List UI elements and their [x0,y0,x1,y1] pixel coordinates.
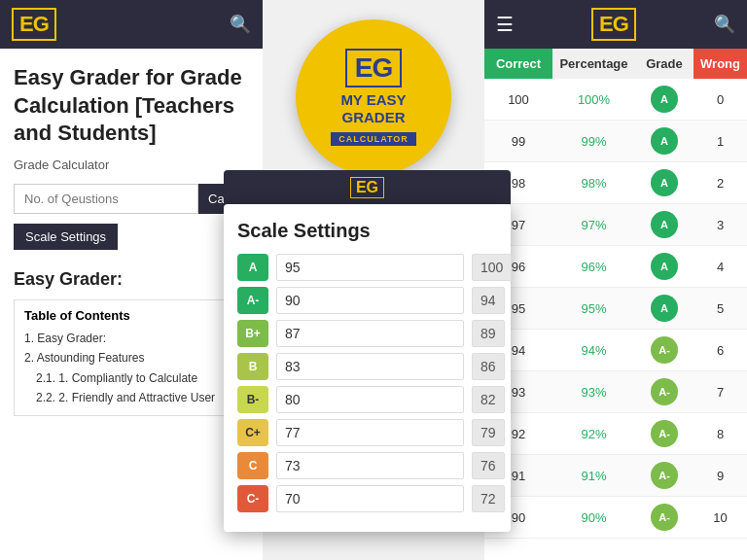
toc-item-1: 1. Easy Grader: [24,329,238,348]
td-percentage: 95% [552,295,635,323]
center-logo-text: MY EASY GRADER [340,91,406,126]
td-wrong: 4 [694,253,747,281]
easy-grader-section: Easy Grader: Table of Contents ☰ 1. Easy… [14,269,249,417]
scale-modal-title: Scale Settings [237,220,497,242]
grade-circle: A [651,127,678,155]
search-icon[interactable]: 🔍 [230,14,251,35]
grade-circle: A [651,253,678,280]
scale-settings-modal: Scale Settings A 100 A- 94 B+ 89 B 86 B-… [224,204,511,532]
scale-grade-badge: C- [237,485,268,512]
td-percentage: 92% [552,420,635,448]
scale-row: C- 72 [237,485,497,512]
scale-max-value: 82 [472,386,505,413]
scale-row: B- 82 [237,386,497,413]
grade-circle: A [651,295,678,322]
scale-max-value: 86 [472,353,505,380]
scale-min-input[interactable] [276,287,464,314]
td-percentage: 99% [552,127,635,156]
scale-grade-badge: B+ [237,320,268,347]
search-icon-right[interactable]: 🔍 [714,14,735,35]
td-grade: A [635,246,694,287]
td-wrong: 7 [694,378,747,406]
td-percentage: 90% [552,504,635,532]
table-row: 96 96% A 4 [484,246,747,288]
td-correct: 99 [484,127,552,156]
scale-row: A 100 [237,254,497,281]
td-wrong: 8 [694,420,747,448]
td-percentage: 93% [552,378,635,406]
td-wrong: 0 [694,86,747,114]
td-grade: A [635,121,694,161]
scale-row: B 86 [237,353,497,380]
scale-row: B+ 89 [237,320,497,347]
questions-input[interactable] [14,184,198,214]
td-correct: 100 [484,86,552,114]
td-wrong: 2 [694,169,747,197]
scale-rows: A 100 A- 94 B+ 89 B 86 B- 82 C+ 79 C 76 [237,254,497,512]
toc-box: Table of Contents ☰ 1. Easy Grader: 2. A… [14,299,249,417]
scale-min-input[interactable] [276,452,464,479]
grade-circle: A- [651,504,678,531]
table-row: 91 91% A- 9 [484,455,747,497]
hamburger-icon[interactable]: ☰ [496,13,514,36]
th-percentage: Percentage [552,49,635,79]
toc-title: Table of Contents [24,308,130,323]
table-row: 100 100% A 0 [484,79,747,121]
table-row: 93 93% A- 7 [484,371,747,413]
scale-max-value: 100 [472,254,512,281]
td-grade: A- [635,455,694,496]
scale-grade-badge: B- [237,386,268,413]
grade-circle: A [651,86,678,113]
scale-min-input[interactable] [276,353,464,380]
td-grade: A [635,79,694,120]
table-row: 94 94% A- 6 [484,330,747,371]
center-logo-eg: EG [345,49,402,88]
table-body: 100 100% A 0 99 99% A 1 98 98% A 2 97 97… [484,79,747,551]
scale-min-input[interactable] [276,254,464,281]
th-correct: Correct [484,49,552,79]
grade-circle: A- [651,420,678,447]
scale-row: C+ 79 [237,419,497,446]
td-wrong: 6 [694,336,747,365]
grade-circle: A- [651,462,678,489]
table-row: 97 97% A 3 [484,204,747,246]
td-wrong: 3 [694,211,747,239]
grade-circle: A- [651,378,678,405]
td-wrong: 9 [694,462,747,490]
center-logo: EG MY EASY GRADER CALCULATOR [296,19,451,175]
scale-grade-badge: A [237,254,268,281]
scale-row: A- 94 [237,287,497,314]
table-header: Correct Percentage Grade Wrong [484,49,747,79]
right-panel: ☰ EG 🔍 Correct Percentage Grade Wrong 10… [484,0,747,560]
td-grade: A [635,288,694,329]
td-percentage: 100% [552,86,635,114]
td-grade: A- [635,371,694,412]
td-grade: A- [635,413,694,454]
scale-max-value: 72 [472,485,505,512]
td-percentage: 94% [552,336,635,365]
scale-min-input[interactable] [276,386,464,413]
grade-circle: A [651,169,678,196]
scale-max-value: 89 [472,320,505,347]
table-row: 98 98% A 2 [484,162,747,204]
toc-header: Table of Contents ☰ [24,308,238,323]
scale-min-input[interactable] [276,320,464,347]
td-wrong: 5 [694,295,747,323]
th-grade: Grade [635,49,694,79]
table-row: 99 99% A 1 [484,121,747,162]
scale-min-input[interactable] [276,419,464,446]
toc-item-4: 2.2. 2. Friendly and Attractive User [24,388,238,407]
scale-max-value: 79 [472,419,505,446]
scale-settings-button[interactable]: Scale Settings [14,224,118,250]
scale-grade-badge: B [237,353,268,380]
table-row: 90 90% A- 10 [484,497,747,539]
scale-max-value: 94 [472,287,505,314]
left-header: EG 🔍 [0,0,263,49]
scale-grade-badge: C+ [237,419,268,446]
td-grade: A [635,162,694,203]
scale-min-input[interactable] [276,485,464,512]
grade-circle: A- [651,336,678,364]
td-percentage: 91% [552,462,635,490]
td-grade: A- [635,497,694,538]
table-row: 92 92% A- 8 [484,413,747,455]
